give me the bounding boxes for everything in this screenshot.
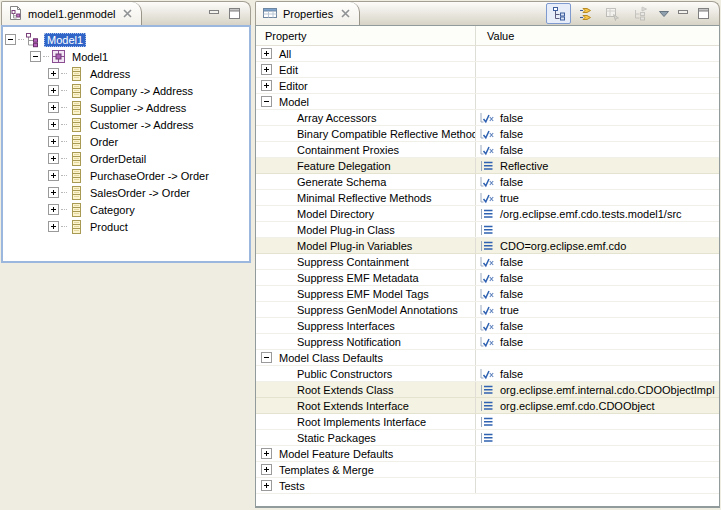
property-row[interactable]: Suppress EMF Model Tags false [256, 286, 719, 302]
bool-value-icon [479, 176, 495, 188]
expand-toggle-icon[interactable] [48, 68, 59, 79]
expand-toggle-icon[interactable] [261, 352, 272, 363]
bool-value-icon [479, 256, 495, 268]
category-row[interactable]: Editor [256, 78, 719, 94]
expand-toggle-icon[interactable] [30, 51, 41, 62]
expand-toggle-icon[interactable] [48, 102, 59, 113]
tree-item[interactable]: Model1 [3, 48, 249, 65]
column-header-property[interactable]: Property [256, 26, 476, 45]
tree-item[interactable]: SalesOrder -> Order [3, 184, 249, 201]
maximize-icon[interactable] [228, 8, 241, 19]
property-row[interactable]: Suppress Containment false [256, 254, 719, 270]
tree-item[interactable]: Supplier -> Address [3, 99, 249, 116]
restore-default-value-button [600, 3, 625, 24]
genclass-icon [68, 66, 84, 82]
column-header-value[interactable]: Value [476, 26, 719, 45]
expand-toggle-icon[interactable] [261, 464, 272, 475]
genclass-icon [68, 168, 84, 184]
property-name: Array Accessors [297, 112, 376, 124]
expand-toggle-icon[interactable] [48, 170, 59, 181]
tree-item[interactable]: Company -> Address [3, 82, 249, 99]
expand-toggle-icon[interactable] [261, 80, 272, 91]
show-advanced-properties-button[interactable] [573, 3, 598, 24]
bool-value-icon [479, 288, 495, 300]
tree-item[interactable]: Customer -> Address [3, 116, 249, 133]
property-value: org.eclipse.emf.cdo.CDOObject [500, 400, 655, 412]
category-row[interactable]: Model [256, 94, 719, 110]
property-row[interactable]: Public Constructors false [256, 366, 719, 382]
property-name: Model [279, 96, 309, 108]
expand-toggle-icon[interactable] [261, 448, 272, 459]
property-value: false [500, 272, 523, 284]
property-name: Containment Proxies [297, 144, 399, 156]
tab-properties[interactable]: Properties [256, 2, 360, 25]
tree-item[interactable]: Category [3, 201, 249, 218]
tab-model1-genmodel[interactable]: model1.genmodel [2, 2, 142, 25]
minimize-icon[interactable] [208, 8, 221, 19]
minimize-icon[interactable] [677, 8, 690, 19]
category-row[interactable]: All [256, 46, 719, 62]
property-row[interactable]: Containment Proxies false [256, 142, 719, 158]
bool-value-icon [479, 192, 495, 204]
expand-toggle-icon[interactable] [261, 96, 272, 107]
expand-toggle-icon[interactable] [48, 187, 59, 198]
expand-toggle-icon[interactable] [261, 64, 272, 75]
property-name: Model Class Defaults [279, 352, 383, 364]
expand-toggle-icon[interactable] [5, 34, 16, 45]
properties-view: Properties [255, 1, 720, 508]
property-row[interactable]: Model Directory /org.eclipse.emf.cdo.tes… [256, 206, 719, 222]
tree-item-label: Customer -> Address [87, 118, 197, 132]
property-row[interactable]: Suppress Notification false [256, 334, 719, 350]
property-row[interactable]: Root Extends Class org.eclipse.emf.inter… [256, 382, 719, 398]
property-name: Root Extends Class [297, 384, 394, 396]
expand-toggle-icon[interactable] [48, 153, 59, 164]
category-row[interactable]: Templates & Merge [256, 462, 719, 478]
value-column-label: Value [487, 30, 514, 42]
properties-table-container: Property Value All Edit Editor [255, 25, 720, 508]
category-row[interactable]: Model Feature Defaults [256, 446, 719, 462]
property-row[interactable]: Generate Schema false [256, 174, 719, 190]
property-value: false [500, 128, 523, 140]
property-row[interactable]: Suppress GenModel Annotations true [256, 302, 719, 318]
property-row[interactable]: Static Packages [256, 430, 719, 446]
property-value: /org.eclipse.emf.cdo.tests.model1/src [500, 208, 682, 220]
property-value: false [500, 288, 523, 300]
category-row[interactable]: Tests [256, 478, 719, 494]
property-row[interactable]: Array Accessors false [256, 110, 719, 126]
text-value-icon [479, 384, 495, 396]
tree-item[interactable]: Order [3, 133, 249, 150]
bool-value-icon [479, 368, 495, 380]
category-row[interactable]: Edit [256, 62, 719, 78]
close-icon[interactable] [341, 9, 350, 18]
tree-item[interactable]: Model1 [3, 31, 249, 48]
property-row[interactable]: Root Extends Interface org.eclipse.emf.c… [256, 398, 719, 414]
show-categories-button[interactable] [546, 3, 571, 24]
expand-toggle-icon[interactable] [48, 85, 59, 96]
close-icon[interactable] [123, 9, 132, 18]
property-row[interactable]: Model Plug-in Variables CDO=org.eclipse.… [256, 238, 719, 254]
view-menu-icon[interactable] [654, 11, 675, 17]
tree-item[interactable]: OrderDetail [3, 150, 249, 167]
expand-toggle-icon[interactable] [48, 204, 59, 215]
properties-toolbar [546, 2, 677, 25]
tree-item[interactable]: Address [3, 65, 249, 82]
expand-toggle-icon[interactable] [261, 48, 272, 59]
expand-toggle-icon[interactable] [48, 136, 59, 147]
maximize-icon[interactable] [697, 8, 710, 19]
property-value: Reflective [500, 160, 548, 172]
tree-item-label: Company -> Address [87, 84, 196, 98]
tree-item[interactable]: Product [3, 218, 249, 235]
property-row[interactable]: Suppress Interfaces false [256, 318, 719, 334]
property-row[interactable]: Feature Delegation Reflective [256, 158, 719, 174]
expand-toggle-icon[interactable] [261, 480, 272, 491]
expand-toggle-icon[interactable] [48, 221, 59, 232]
property-row[interactable]: Model Plug-in Class [256, 222, 719, 238]
property-value: org.eclipse.emf.internal.cdo.CDOObjectIm… [500, 384, 715, 396]
property-row[interactable]: Root Implements Interface [256, 414, 719, 430]
property-row[interactable]: Binary Compatible Reflective Methods fal… [256, 126, 719, 142]
property-row[interactable]: Minimal Reflective Methods true [256, 190, 719, 206]
property-row[interactable]: Suppress EMF Metadata false [256, 270, 719, 286]
tree-item[interactable]: PurchaseOrder -> Order [3, 167, 249, 184]
expand-toggle-icon[interactable] [48, 119, 59, 130]
category-row[interactable]: Model Class Defaults [256, 350, 719, 366]
